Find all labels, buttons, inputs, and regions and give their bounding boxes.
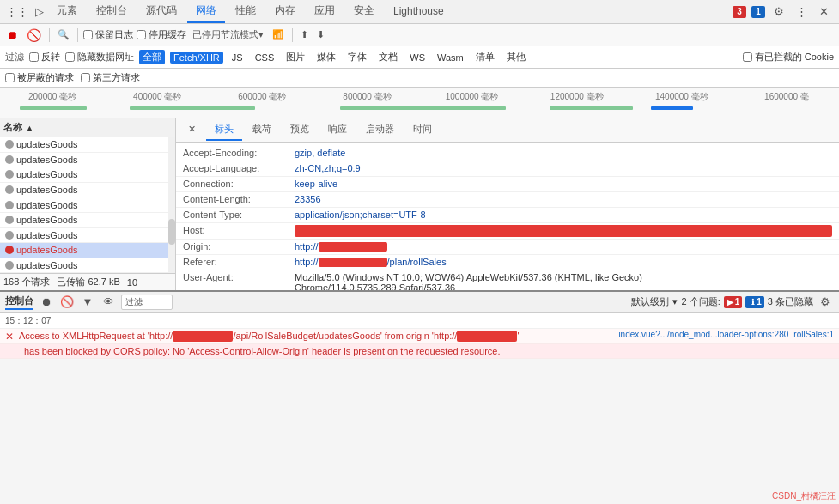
network-item[interactable]: updatesGoods: [0, 137, 175, 153]
filter-xhr[interactable]: Fetch/XHR: [170, 52, 223, 64]
tab-response[interactable]: 响应: [319, 119, 356, 141]
level-dropdown-icon[interactable]: ▾: [672, 296, 678, 307]
filter-wasm[interactable]: Wasm: [434, 52, 467, 64]
console-eye-icon[interactable]: 👁: [100, 295, 116, 310]
header-row-user-agent: User-Agent: Mozilla/5.0 (Windows NT 10.0…: [176, 270, 839, 290]
tab-payload[interactable]: 载荷: [244, 119, 280, 141]
tab-memory[interactable]: 内存: [266, 0, 304, 23]
error-link-1[interactable]: index.vue?.../node_mod...loader-options:…: [618, 330, 788, 339]
close-devtools-icon[interactable]: ✕: [815, 3, 832, 21]
headers-content: Accept-Encoding: gzip, deflate Accept-La…: [176, 143, 839, 290]
footer-transferred: 已传输 62.7 kB: [57, 276, 119, 288]
console-filter-toggle[interactable]: ▼: [80, 295, 95, 310]
filter-manifest[interactable]: 清单: [472, 50, 498, 64]
tab-application[interactable]: 应用: [306, 0, 344, 23]
console-record-button[interactable]: ⏺: [39, 295, 54, 310]
tab-timing[interactable]: 时间: [404, 119, 441, 141]
disable-cache-input[interactable]: [137, 30, 146, 39]
header-row-host: Host:: [176, 223, 839, 240]
close-panel-button[interactable]: ✕: [179, 120, 204, 140]
header-key: Connection:: [183, 179, 295, 189]
footer-requests: 168 个请求: [3, 276, 50, 288]
wifi-icon[interactable]: 📶: [270, 27, 287, 44]
filter-all[interactable]: 全部: [139, 50, 165, 64]
filter-ws[interactable]: WS: [406, 52, 429, 64]
timeline-labels: 200000 毫秒 400000 毫秒 600000 毫秒 800000 毫秒 …: [0, 88, 839, 103]
error-text-2: has been blocked by CORS policy: No 'Acc…: [24, 345, 834, 357]
error-link-rollsales[interactable]: rollSales:1: [793, 330, 834, 339]
devtools-icon-2[interactable]: ▷: [33, 3, 46, 21]
issues-badge-2: ℹ 1: [745, 296, 764, 308]
list-scrollbar[interactable]: [168, 137, 175, 273]
console-error-row-1: ✕ Access to XMLHttpRequest at 'http:// /…: [0, 329, 839, 344]
tab-performance[interactable]: 性能: [227, 0, 264, 23]
filter-doc[interactable]: 文档: [375, 50, 401, 64]
network-list-header: 名称 ▲: [0, 118, 175, 137]
tab-console[interactable]: 控制台: [88, 0, 136, 23]
filter-font[interactable]: 字体: [344, 50, 370, 64]
sort-arrow-icon: ▲: [26, 124, 33, 132]
filter-js[interactable]: JS: [228, 52, 246, 64]
badge-dot-blue: ℹ: [748, 298, 757, 307]
preserve-log-input[interactable]: [83, 30, 93, 39]
network-item[interactable]: updatesGoods: [0, 197, 175, 213]
filter-media[interactable]: 媒体: [313, 50, 339, 64]
tab-preview[interactable]: 预览: [282, 119, 318, 141]
blocked-bar: 被屏蔽的请求 第三方请求: [0, 69, 839, 88]
tab-elements[interactable]: 元素: [48, 0, 86, 23]
timeline-label-5: 1000000 毫秒: [420, 91, 525, 103]
throttle-select[interactable]: 已停用节流模式 ▾: [190, 27, 266, 44]
error-icon: ✕: [5, 331, 14, 343]
tab-network[interactable]: 网络: [187, 0, 225, 23]
settings-icon[interactable]: ⚙: [770, 3, 787, 21]
header-value: application/json;charset=UTF-8: [295, 209, 832, 220]
waterfall-seg-3: [340, 106, 507, 110]
devtools-icon-1[interactable]: ⋮⋮: [3, 3, 31, 21]
console-clear-button[interactable]: 🚫: [59, 295, 75, 310]
network-item[interactable]: updatesGoods: [0, 153, 175, 168]
issues-badge-1: ▶ 1: [724, 296, 743, 308]
cookies-checkbox[interactable]: 有已拦截的 Cookie: [743, 51, 834, 64]
more-icon[interactable]: ⋮: [793, 3, 810, 21]
filter-css[interactable]: CSS: [252, 52, 278, 64]
filter-bar: 过滤 反转 隐藏数据网址 全部 Fetch/XHR JS CSS 图片 媒体 字…: [0, 46, 839, 69]
filter-img[interactable]: 图片: [283, 50, 308, 64]
timeline-label-6: 1200000 毫秒: [525, 91, 629, 103]
preserve-log-checkbox[interactable]: 保留日志: [83, 28, 133, 41]
header-key: User-Agent:: [183, 272, 295, 282]
tab-initiator[interactable]: 启动器: [357, 119, 403, 141]
export-button[interactable]: ⬇: [314, 27, 327, 44]
import-button[interactable]: ⬆: [298, 27, 311, 44]
console-settings-icon[interactable]: ⚙: [817, 294, 834, 311]
hide-data-urls-checkbox[interactable]: 隐藏数据网址: [65, 51, 134, 64]
filter-button[interactable]: 🔍: [55, 27, 72, 44]
level-label: 默认级别: [631, 295, 669, 308]
item-name: updatesGoods: [16, 185, 170, 195]
network-item-selected[interactable]: updatesGoods: [0, 243, 175, 258]
header-name: 名称: [3, 121, 22, 134]
item-status-icon: [5, 201, 14, 209]
tab-security[interactable]: 安全: [345, 0, 383, 23]
console-filter-input[interactable]: 过滤: [121, 295, 173, 310]
network-item[interactable]: updatesGoods: [0, 213, 175, 228]
header-key: Content-Type:: [183, 209, 295, 220]
tab-headers[interactable]: 标头: [206, 119, 242, 141]
item-name: updatesGoods: [16, 169, 170, 179]
tab-sources[interactable]: 源代码: [137, 0, 185, 23]
invert-checkbox[interactable]: 反转: [29, 51, 60, 64]
network-item[interactable]: updatesGoods: [0, 228, 175, 243]
sep2: [77, 28, 78, 42]
tab-lighthouse[interactable]: Lighthouse: [385, 2, 453, 22]
item-name: updatesGoods: [16, 230, 170, 240]
filter-other[interactable]: 其他: [503, 50, 529, 64]
disable-cache-checkbox[interactable]: 停用缓存: [137, 28, 186, 41]
filter-label: 过滤: [5, 51, 24, 64]
third-party-checkbox[interactable]: 第三方请求: [81, 71, 140, 84]
network-item[interactable]: updatesGoods: [0, 258, 175, 274]
record-button[interactable]: ⏺: [3, 27, 21, 44]
network-item[interactable]: updatesGoods: [0, 167, 175, 183]
network-item[interactable]: updatesGoods: [0, 183, 175, 198]
request-detail-panel: ✕ 标头 载荷 预览 响应 启动器 时间 Accept-Encoding: gz…: [176, 118, 839, 290]
blocked-requests-checkbox[interactable]: 被屏蔽的请求: [5, 71, 74, 84]
clear-button[interactable]: 🚫: [24, 27, 44, 44]
